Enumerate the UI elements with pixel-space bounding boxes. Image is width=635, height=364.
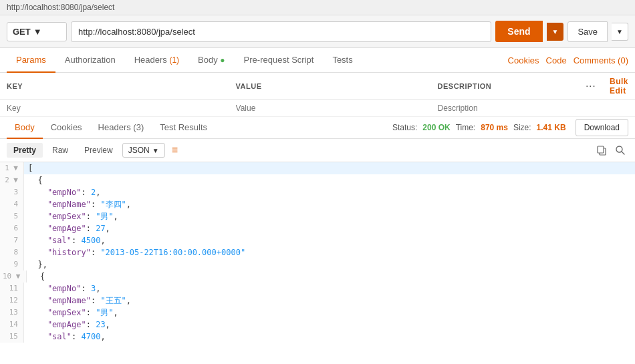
tab-headers[interactable]: Headers (1): [125, 48, 188, 73]
response-tab-headers[interactable]: Headers (3): [90, 117, 152, 139]
svg-rect-1: [598, 146, 604, 153]
tab-prerequest[interactable]: Pre-request Script: [235, 48, 324, 73]
lines-icon[interactable]: ≡: [172, 144, 178, 156]
fmt-tab-pretty[interactable]: Pretty: [7, 143, 43, 158]
line-content: "empNo": 2,: [24, 186, 104, 198]
line-number: 10 ▼: [0, 270, 27, 283]
line-content: "empSex": "男",: [24, 307, 122, 319]
url-bar: GET ▼ Send ▼ Save ▼: [0, 15, 635, 48]
code-area[interactable]: 1 ▼[2 ▼ {3 "empNo": 2,4 "empName": "李四",…: [0, 162, 635, 343]
request-tabs: Params Authorization Headers (1) Body ● …: [0, 48, 635, 73]
send-dropdown-button[interactable]: ▼: [547, 23, 564, 41]
code-line-13: 13 "empSex": "男",: [0, 307, 635, 319]
method-dropdown[interactable]: GET ▼: [7, 22, 67, 41]
line-content: {: [27, 270, 49, 283]
col-action-header: ···: [580, 73, 603, 100]
size-label: Size:: [513, 123, 531, 132]
params-section: KEY VALUE DESCRIPTION ··· Bulk Edit: [0, 73, 635, 117]
status-label: Status:: [392, 123, 417, 132]
send-button[interactable]: Send: [495, 21, 542, 42]
title-url: http://localhost:8080/jpa/select: [7, 3, 114, 12]
right-links: Cookies Code Comments (0): [508, 55, 628, 65]
method-label: GET: [13, 27, 31, 37]
svg-line-3: [622, 152, 624, 154]
method-chevron-icon: ▼: [33, 27, 42, 37]
tab-tests[interactable]: Tests: [323, 48, 362, 73]
save-button[interactable]: Save: [567, 21, 608, 42]
description-input[interactable]: [438, 104, 573, 113]
fmt-tab-raw[interactable]: Raw: [45, 143, 75, 158]
line-number: 13: [0, 307, 24, 319]
value-input[interactable]: [236, 104, 424, 113]
copy-icon[interactable]: [594, 142, 610, 158]
line-number: 7: [0, 234, 24, 246]
more-options-icon[interactable]: ···: [586, 82, 596, 90]
line-content: "empSex": "男",: [24, 210, 122, 222]
tab-body[interactable]: Body ●: [188, 48, 235, 73]
body-badge: ●: [220, 55, 225, 65]
search-icon[interactable]: [612, 142, 628, 158]
col-key-header: KEY: [0, 73, 229, 100]
line-content: "history": "2013-05-22T16:00:00.000+0000…: [24, 246, 249, 258]
response-tab-headers-label: Headers (3): [98, 122, 144, 132]
title-bar: http://localhost:8080/jpa/select: [0, 0, 635, 15]
code-line-9: 9 },: [0, 258, 635, 270]
headers-badge: (1): [169, 55, 179, 65]
code-line-12: 12 "empName": "王五",: [0, 295, 635, 307]
tab-tests-label: Tests: [332, 55, 352, 65]
code-line-5: 5 "empSex": "男",: [0, 210, 635, 222]
response-tab-body-label: Body: [15, 122, 35, 132]
line-number: 11: [0, 283, 24, 295]
format-bar: Pretty Raw Preview JSON ▼ ≡: [0, 139, 635, 162]
code-line-14: 14 "empAge": 23,: [0, 319, 635, 331]
format-select-dropdown[interactable]: JSON ▼: [122, 143, 165, 158]
line-number: 6: [0, 222, 24, 234]
code-line-2: 2 ▼ {: [0, 174, 635, 186]
response-tab-body[interactable]: Body: [7, 117, 43, 139]
line-content: },: [24, 258, 51, 270]
line-content: "sal": 4500,: [24, 234, 110, 246]
line-number: 15: [0, 331, 24, 343]
comments-link[interactable]: Comments (0): [574, 55, 628, 65]
url-input[interactable]: [71, 21, 491, 42]
bulk-edit-button[interactable]: Bulk Edit: [610, 77, 628, 96]
line-content: "empName": "李四",: [24, 198, 135, 210]
format-select-label: JSON: [128, 146, 150, 155]
status-value: 200 OK: [422, 123, 450, 132]
fmt-tab-preview[interactable]: Preview: [78, 143, 120, 158]
params-empty-row: [0, 100, 635, 117]
line-number: 3: [0, 186, 24, 198]
key-input[interactable]: [7, 104, 223, 113]
col-value-header: VALUE: [229, 73, 431, 100]
line-content: {: [24, 174, 47, 186]
tab-authorization-label: Authorization: [65, 55, 116, 65]
tab-authorization[interactable]: Authorization: [55, 48, 125, 73]
download-button[interactable]: Download: [576, 119, 628, 136]
cookies-link[interactable]: Cookies: [508, 55, 539, 65]
code-link[interactable]: Code: [546, 55, 567, 65]
line-number: 2 ▼: [0, 174, 24, 186]
line-content: "empAge": 27,: [24, 222, 114, 234]
format-chevron-icon: ▼: [152, 147, 159, 154]
code-line-10: 10 ▼ {: [0, 270, 635, 283]
size-value: 1.41 KB: [537, 123, 566, 132]
tab-prerequest-label: Pre-request Script: [244, 55, 314, 65]
time-label: Time:: [456, 123, 476, 132]
line-number: 4: [0, 198, 24, 210]
line-number: 9: [0, 258, 24, 270]
tab-params-label: Params: [16, 55, 46, 65]
col-desc-header: DESCRIPTION: [431, 73, 580, 100]
response-tab-test-results[interactable]: Test Results: [152, 117, 215, 139]
code-line-4: 4 "empName": "李四",: [0, 198, 635, 210]
tab-params[interactable]: Params: [7, 48, 55, 73]
code-line-1: 1 ▼[: [0, 162, 635, 174]
line-content: "sal": 4700,: [24, 331, 110, 343]
response-tab-cookies[interactable]: Cookies: [43, 117, 90, 139]
code-line-15: 15 "sal": 4700,: [0, 331, 635, 343]
time-value: 870 ms: [481, 123, 508, 132]
save-dropdown-button[interactable]: ▼: [612, 23, 628, 41]
line-content: [: [24, 162, 37, 174]
line-number: 12: [0, 295, 24, 307]
line-content: "empAge": 23,: [24, 319, 114, 331]
line-number: 14: [0, 319, 24, 331]
